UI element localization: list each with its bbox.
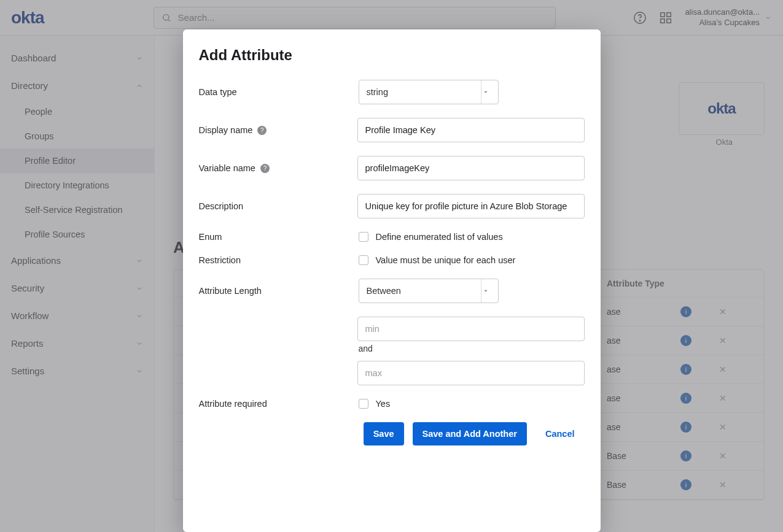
svg-marker-9 bbox=[485, 290, 488, 292]
row-display-name: Display name ? bbox=[199, 118, 585, 142]
attr-length-select[interactable]: Between bbox=[359, 279, 499, 303]
enum-checkbox-label: Define enumerated list of values bbox=[376, 232, 503, 242]
label-data-type: Data type bbox=[199, 87, 346, 97]
required-checkbox-label: Yes bbox=[376, 399, 391, 409]
label-restriction: Restriction bbox=[199, 255, 346, 265]
label-display-name: Display name ? bbox=[199, 125, 345, 135]
label-description: Description bbox=[199, 201, 345, 211]
data-type-select[interactable]: string bbox=[359, 80, 499, 104]
save-add-another-button[interactable]: Save and Add Another bbox=[413, 422, 527, 445]
required-checkbox[interactable] bbox=[359, 399, 368, 409]
help-icon[interactable]: ? bbox=[257, 126, 267, 135]
caret-down-icon bbox=[481, 80, 491, 104]
label-required: Attribute required bbox=[199, 399, 346, 409]
min-input[interactable] bbox=[357, 317, 585, 341]
add-attribute-modal: Add Attribute Data type string Display n… bbox=[183, 29, 601, 532]
row-restriction: Restriction Value must be unique for eac… bbox=[199, 255, 585, 265]
save-button[interactable]: Save bbox=[364, 422, 404, 445]
svg-marker-8 bbox=[485, 91, 488, 93]
row-min bbox=[199, 317, 585, 341]
label-attr-length: Attribute Length bbox=[199, 286, 346, 296]
row-required: Attribute required Yes bbox=[199, 399, 585, 409]
and-label: and bbox=[359, 344, 585, 353]
row-max bbox=[199, 361, 585, 385]
row-variable-name: Variable name ? bbox=[199, 156, 585, 180]
variable-name-input[interactable] bbox=[357, 156, 585, 180]
label-enum: Enum bbox=[199, 232, 346, 242]
enum-checkbox[interactable] bbox=[359, 232, 368, 242]
row-data-type: Data type string bbox=[199, 80, 585, 104]
description-input[interactable] bbox=[357, 194, 585, 218]
help-icon[interactable]: ? bbox=[260, 164, 270, 173]
modal-buttons: Save Save and Add Another Cancel bbox=[199, 422, 585, 445]
max-input[interactable] bbox=[357, 361, 585, 385]
caret-down-icon bbox=[481, 279, 491, 303]
restriction-checkbox-label: Value must be unique for each user bbox=[376, 255, 516, 265]
row-enum: Enum Define enumerated list of values bbox=[199, 232, 585, 242]
row-description: Description bbox=[199, 194, 585, 218]
row-attr-length: Attribute Length Between bbox=[199, 279, 585, 303]
restriction-checkbox[interactable] bbox=[359, 255, 368, 265]
modal-title: Add Attribute bbox=[199, 47, 585, 64]
modal-overlay: Add Attribute Data type string Display n… bbox=[0, 0, 783, 532]
display-name-input[interactable] bbox=[357, 118, 585, 142]
cancel-button[interactable]: Cancel bbox=[536, 422, 585, 445]
label-variable-name: Variable name ? bbox=[199, 163, 345, 173]
